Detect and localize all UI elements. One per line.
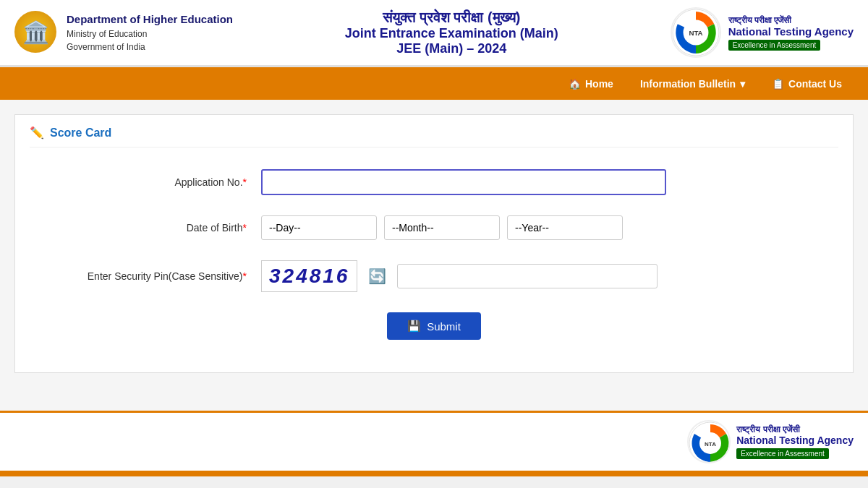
info-bulletin-label: Information Bulletin [640, 78, 736, 90]
footer-nta-hindi: राष्ट्रीय परीक्षा एजेंसी [736, 424, 854, 435]
page-header: 🏛️ Department of Higher Education Minist… [0, 0, 868, 67]
svg-text:NTA: NTA [705, 441, 716, 448]
eng-title: Joint Entrance Examination (Main) [233, 26, 671, 41]
navigation-bar: 🏠 Home Information Bulletin ▾ 📋 Contact … [0, 67, 868, 100]
dob-row: Date of Birth* --Day--123456789101112131… [44, 215, 824, 240]
score-card-header: ✏️ Score Card [30, 126, 838, 147]
day-select[interactable]: --Day--123456789101112131415161718192021… [261, 215, 377, 240]
app-no-required: * [243, 176, 247, 188]
contact-us-nav-item[interactable]: 📋 Contact Us [760, 72, 854, 95]
chevron-down-icon: ▾ [740, 78, 745, 90]
app-no-label: Application No.* [44, 176, 261, 188]
header-center: संयुक्त प्रवेश परीक्षा (मुख्य) Joint Ent… [233, 9, 671, 56]
home-icon: 🏠 [569, 78, 581, 90]
main-content: ✏️ Score Card Application No.* Date of B… [0, 100, 868, 411]
dob-input-container: --Day--123456789101112131415161718192021… [261, 215, 666, 240]
submit-button[interactable]: 💾 Submit [387, 312, 481, 340]
govt-emblem: 🏛️ [14, 11, 58, 54]
header-left: 🏛️ Department of Higher Education Minist… [14, 11, 233, 54]
dob-required: * [243, 222, 247, 234]
footer-nta-logo: NTA राष्ट्रीय परीक्षा एजेंसी National Te… [687, 420, 854, 463]
footer-nta-circle: NTA [687, 420, 731, 463]
security-pin-label: Enter Security Pin(Case Sensitive)* [44, 270, 261, 282]
nta-eng-text: National Testing Agency [728, 25, 854, 38]
security-pin-row: Enter Security Pin(Case Sensitive)* 3248… [44, 260, 824, 292]
info-bulletin-nav-item[interactable]: Information Bulletin ▾ [629, 72, 757, 95]
edit-icon: ✏️ [30, 126, 44, 140]
nta-text-block: राष्ट्रीय परीक्षा एजेंसी National Testin… [728, 15, 854, 51]
nta-circle-logo: NTA [671, 7, 721, 58]
year-select-container: --Year--20062005200420032002200120001999… [507, 215, 623, 240]
year-title: JEE (Main) – 2024 [233, 41, 671, 56]
home-nav-item[interactable]: 🏠 Home [557, 72, 625, 95]
day-select-container: --Day--123456789101112131415161718192021… [261, 215, 377, 240]
govt-name: Government of India [67, 40, 233, 53]
bottom-orange-bar [0, 471, 868, 476]
captcha-text: 324816 [269, 265, 349, 288]
footer-nta-tagline: Excellence in Assessment [736, 448, 829, 459]
footer-nta-eng: National Testing Agency [736, 435, 854, 446]
dept-name: Department of Higher Education [67, 13, 233, 25]
nta-tagline: Excellence in Assessment [728, 40, 821, 51]
dob-label: Date of Birth* [44, 222, 261, 234]
application-no-input[interactable] [261, 169, 666, 195]
home-label: Home [585, 78, 613, 90]
header-right: NTA राष्ट्रीय परीक्षा एजेंसी National Te… [671, 7, 854, 58]
captcha-image: 324816 [261, 260, 357, 292]
score-card-title: Score Card [50, 127, 111, 140]
captcha-input[interactable] [397, 264, 658, 288]
nta-logo: NTA राष्ट्रीय परीक्षा एजेंसी National Te… [671, 7, 854, 58]
security-pin-required: * [243, 270, 247, 282]
captcha-container: 324816 🔄 [261, 260, 658, 292]
contact-icon: 📋 [772, 78, 784, 90]
refresh-captcha-icon[interactable]: 🔄 [368, 267, 386, 285]
nta-hindi-text: राष्ट्रीय परीक्षा एजेंसी [728, 15, 854, 25]
month-select-container: --Month--JanuaryFebruaryMarchAprilMayJun… [384, 215, 500, 240]
floppy-icon: 💾 [407, 320, 421, 333]
header-dept-info: Department of Higher Education Ministry … [67, 12, 233, 54]
page-footer: NTA राष्ट्रीय परीक्षा एजेंसी National Te… [0, 411, 868, 471]
captcha-input-container [397, 264, 658, 288]
hindi-title: संयुक्त प्रवेश परीक्षा (मुख्य) [233, 9, 671, 26]
score-card-section: ✏️ Score Card Application No.* Date of B… [14, 114, 854, 373]
ministry-name: Ministry of Education [67, 27, 233, 40]
app-no-row: Application No.* [44, 169, 824, 195]
app-no-input-container [261, 169, 666, 195]
contact-us-label: Contact Us [788, 78, 842, 90]
footer-nta-text: राष्ट्रीय परीक्षा एजेंसी National Testin… [736, 424, 854, 459]
form-container: Application No.* Date of Birth* --Day--1… [30, 162, 838, 361]
month-select[interactable]: --Month--JanuaryFebruaryMarchAprilMayJun… [384, 215, 500, 240]
svg-text:NTA: NTA [689, 29, 702, 37]
submit-label: Submit [427, 320, 461, 333]
submit-row: 💾 Submit [44, 312, 824, 354]
year-select[interactable]: --Year--20062005200420032002200120001999… [507, 215, 623, 240]
